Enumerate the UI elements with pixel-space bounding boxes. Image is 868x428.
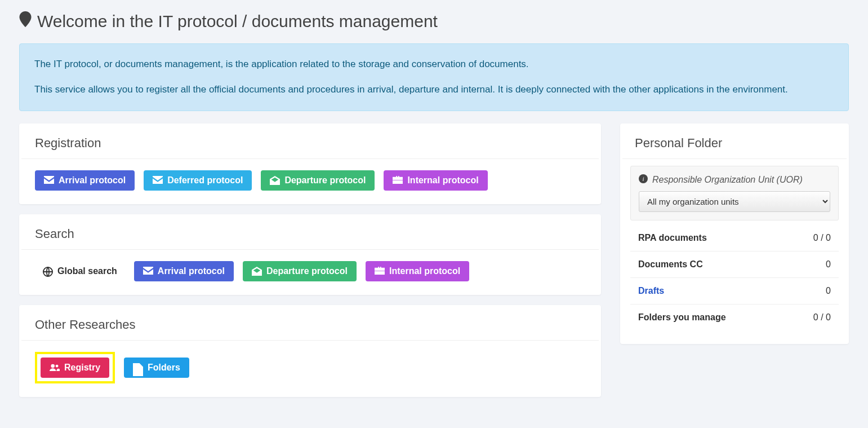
envelope-open-icon (270, 176, 280, 185)
uor-box: i Responsible Organization Unit (UOR) Al… (630, 166, 839, 220)
registration-title: Registration (19, 123, 601, 158)
arrival-protocol-button[interactable]: Arrival protocol (35, 170, 135, 191)
stat-rpa-value: 0 / 0 (813, 233, 831, 243)
uor-label-text: Responsible Organization Unit (UOR) (652, 175, 803, 185)
envelope-open-icon (252, 267, 262, 276)
registry-highlight: Registry (35, 352, 115, 383)
globe-icon (43, 267, 53, 276)
search-departure-label: Departure protocol (266, 266, 348, 276)
search-departure-button[interactable]: Departure protocol (243, 261, 357, 281)
uor-select[interactable]: All my organization units (639, 191, 830, 212)
global-search-link[interactable]: Global search (35, 261, 125, 281)
info-icon: i (639, 174, 648, 186)
registry-button[interactable]: Registry (41, 358, 109, 378)
page-title-text: Welcome in the IT protocol / documents m… (37, 12, 438, 31)
info-banner: The IT protocol, or documents management… (19, 43, 849, 111)
registry-label: Registry (64, 363, 100, 373)
stat-folders-label: Folders you manage (638, 312, 726, 323)
envelope-icon (143, 267, 153, 276)
stat-drafts: Drafts 0 (630, 278, 839, 305)
search-card: Search Global search Arrival protocol (19, 214, 601, 295)
stat-drafts-value: 0 (826, 286, 831, 296)
stat-cc: Documents CC 0 (630, 251, 839, 278)
internal-protocol-button[interactable]: Internal protocol (384, 170, 487, 191)
folders-button[interactable]: Folders (124, 358, 189, 378)
envelope-icon (153, 176, 163, 185)
briefcase-icon (393, 176, 403, 185)
personal-folder-title: Personal Folder (620, 123, 849, 158)
svg-point-2 (56, 364, 59, 367)
stat-rpa: RPA documents 0 / 0 (630, 225, 839, 251)
registration-card: Registration Arrival protocol Deferred p… (19, 123, 601, 204)
search-internal-button[interactable]: Internal protocol (366, 261, 469, 281)
personal-folder-card: Personal Folder i Responsible Organizati… (620, 123, 849, 344)
other-researches-card: Other Researches Registry (19, 305, 601, 397)
info-banner-line1: The IT protocol, or documents management… (34, 56, 834, 73)
stat-cc-value: 0 (826, 259, 831, 270)
global-search-label: Global search (57, 266, 117, 276)
briefcase-icon (375, 267, 385, 276)
stat-drafts-link[interactable]: Drafts (638, 286, 664, 296)
uor-label: i Responsible Organization Unit (UOR) (639, 174, 830, 186)
stat-rpa-label: RPA documents (638, 233, 707, 243)
stat-folders-value: 0 / 0 (813, 312, 831, 323)
departure-protocol-button[interactable]: Departure protocol (261, 170, 375, 191)
internal-protocol-label: Internal protocol (407, 175, 478, 186)
info-banner-line2: This service allows you to register all … (34, 82, 834, 98)
departure-protocol-label: Departure protocol (284, 175, 366, 186)
stat-folders: Folders you manage 0 / 0 (630, 305, 839, 330)
folders-label: Folders (148, 363, 180, 373)
file-icon (133, 363, 143, 372)
deferred-protocol-label: Deferred protocol (167, 175, 243, 186)
arrival-protocol-label: Arrival protocol (59, 175, 126, 186)
stat-cc-label: Documents CC (638, 259, 703, 270)
search-title: Search (19, 214, 601, 249)
search-arrival-label: Arrival protocol (158, 266, 225, 276)
pin-icon (19, 11, 32, 31)
page-title: Welcome in the IT protocol / documents m… (19, 11, 849, 31)
deferred-protocol-button[interactable]: Deferred protocol (144, 170, 252, 191)
envelope-icon (44, 176, 54, 185)
svg-point-1 (51, 364, 55, 368)
users-icon (50, 363, 60, 372)
search-internal-label: Internal protocol (389, 266, 460, 276)
search-arrival-button[interactable]: Arrival protocol (134, 261, 234, 281)
svg-text:i: i (642, 175, 644, 182)
other-researches-title: Other Researches (19, 305, 601, 340)
